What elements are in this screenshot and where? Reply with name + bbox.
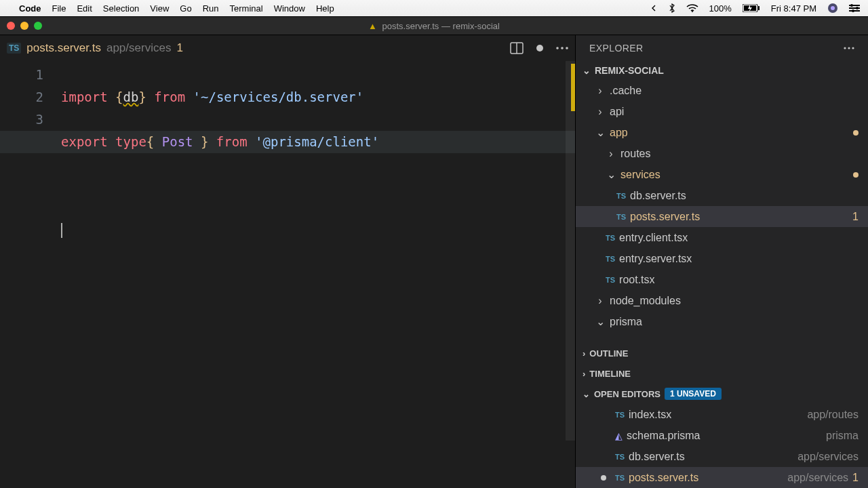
open-editors-section[interactable]: ⌄ OPEN EDITORS 1 UNSAVED: [576, 384, 868, 404]
project-section-header[interactable]: ⌄ REMIX-SOCIAL: [576, 61, 868, 80]
svg-point-5: [831, 6, 835, 10]
svg-point-15: [556, 47, 559, 49]
line-number: 2: [0, 86, 43, 108]
menu-selection[interactable]: Selection: [103, 3, 139, 14]
open-editors-list: TSindex.tsxapp/routes ◭schema.prismapris…: [576, 404, 868, 488]
more-actions-icon[interactable]: [556, 47, 568, 49]
clock[interactable]: Fri 8:47 PM: [771, 3, 816, 14]
tree-file-posts[interactable]: TSposts.server.ts1: [576, 206, 868, 227]
tree-folder-api[interactable]: ›api: [576, 101, 868, 122]
macos-menubar: Code File Edit Selection View Go Run Ter…: [0, 0, 868, 16]
tree-file-entryclient[interactable]: TSentry.client.tsx: [576, 227, 868, 248]
typescript-icon: TS: [616, 192, 626, 200]
project-name: REMIX-SOCIAL: [595, 65, 664, 76]
menu-app[interactable]: Code: [19, 3, 41, 14]
chevron-right-icon: ›: [606, 148, 616, 160]
prisma-icon: ◭: [615, 430, 623, 441]
timeline-section[interactable]: › TIMELINE: [576, 363, 868, 384]
svg-point-10: [856, 7, 859, 9]
file-problems-badge: 1: [852, 211, 859, 223]
tree-folder-app[interactable]: ⌄app: [576, 122, 868, 143]
menu-help[interactable]: Help: [316, 3, 334, 14]
chevron-down-icon: ⌄: [606, 168, 616, 181]
chevron-down-icon: ⌄: [595, 126, 606, 139]
unsaved-dot-icon[interactable]: [536, 44, 544, 52]
tree-file-entryserver[interactable]: TSentry.server.tsx: [576, 248, 868, 269]
chevron-down-icon: ⌄: [595, 315, 606, 328]
tree-folder-nodemodules[interactable]: ›node_modules: [576, 290, 868, 311]
typescript-icon: TS: [616, 213, 626, 221]
title-project: remix-social: [453, 21, 500, 31]
chevron-left-icon[interactable]: [651, 5, 658, 12]
tab-path: app/services: [106, 41, 171, 55]
chevron-right-icon: ›: [595, 295, 606, 307]
svg-point-16: [561, 47, 564, 49]
open-editor-item[interactable]: ◭schema.prismaprisma: [576, 425, 868, 446]
svg-point-14: [536, 45, 543, 52]
typescript-icon: TS: [615, 453, 625, 461]
editor-body[interactable]: 1 2 3 4 import {db} from '~/services/db.…: [0, 61, 575, 488]
tree-folder-cache[interactable]: ›.cache: [576, 80, 868, 101]
typescript-icon: TS: [615, 474, 625, 482]
chevron-right-icon: ›: [595, 85, 606, 97]
bluetooth-icon[interactable]: [669, 3, 675, 13]
window-title: ▲ posts.server.ts — remix-social: [0, 21, 868, 31]
open-editor-item-active[interactable]: TSposts.server.tsapp/services1: [576, 467, 868, 488]
typescript-icon: TS: [606, 276, 615, 284]
open-editor-item[interactable]: TSdb.server.tsapp/services: [576, 446, 868, 467]
wifi-icon[interactable]: [686, 4, 698, 12]
battery-percent: 100%: [709, 3, 732, 14]
svg-point-20: [852, 47, 854, 49]
editor-panel: TS posts.server.ts app/services 1: [0, 35, 575, 488]
modified-dot-icon: [853, 130, 859, 136]
explorer-title: EXPLORER: [589, 43, 643, 54]
modified-dot-icon: [853, 172, 859, 178]
text-cursor: [61, 223, 62, 238]
tree-file-root[interactable]: TSroot.tsx: [576, 269, 868, 290]
explorer-panel: EXPLORER ⌄ REMIX-SOCIAL ›.cache ›api ⌄ap…: [575, 35, 868, 488]
editor-tab-active[interactable]: TS posts.server.ts app/services 1: [7, 41, 183, 55]
tab-filename: posts.server.ts: [26, 41, 101, 55]
line-number: 3: [0, 108, 43, 131]
typescript-icon: TS: [7, 43, 21, 54]
explorer-more-icon[interactable]: [844, 47, 854, 49]
svg-point-9: [850, 4, 853, 7]
svg-point-19: [848, 47, 850, 49]
control-center-icon[interactable]: [849, 4, 860, 12]
menu-window[interactable]: Window: [274, 3, 305, 14]
editor-tabbar: TS posts.server.ts app/services 1: [0, 35, 575, 61]
menu-go[interactable]: Go: [180, 3, 191, 14]
menu-terminal[interactable]: Terminal: [230, 3, 263, 14]
outline-section[interactable]: › OUTLINE: [576, 343, 868, 363]
tab-problems-badge: 1: [176, 41, 182, 55]
svg-point-0: [692, 11, 693, 12]
svg-point-11: [852, 9, 854, 12]
chevron-down-icon: ⌄: [583, 389, 590, 399]
svg-rect-3: [758, 6, 760, 10]
menu-file[interactable]: File: [52, 3, 66, 14]
tree-folder-prisma[interactable]: ⌄prisma: [576, 311, 868, 332]
siri-icon[interactable]: [827, 3, 838, 14]
battery-icon[interactable]: [743, 4, 760, 12]
window-titlebar: ▲ posts.server.ts — remix-social: [0, 16, 868, 35]
menu-edit[interactable]: Edit: [77, 3, 92, 14]
open-editor-item[interactable]: TSindex.tsxapp/routes: [576, 404, 868, 425]
menu-run[interactable]: Run: [203, 3, 219, 14]
unsaved-badge: 1 UNSAVED: [665, 388, 722, 400]
chevron-right-icon: ›: [595, 106, 606, 118]
code-area[interactable]: import {db} from '~/services/db.server' …: [61, 61, 575, 488]
chevron-down-icon: ⌄: [583, 65, 591, 76]
chevron-right-icon: ›: [583, 369, 585, 379]
tree-folder-routes[interactable]: ›routes: [576, 143, 868, 164]
tree-folder-services[interactable]: ⌄services: [576, 164, 868, 185]
line-gutter: 1 2 3 4: [0, 61, 61, 488]
typescript-icon: TS: [615, 411, 625, 419]
menu-view[interactable]: View: [150, 3, 169, 14]
svg-point-17: [566, 47, 568, 49]
warning-icon: ▲: [368, 21, 377, 31]
svg-point-18: [844, 47, 846, 49]
chevron-right-icon: ›: [583, 348, 585, 359]
line-number: 1: [0, 64, 43, 86]
tree-file-db[interactable]: TSdb.server.ts: [576, 185, 868, 206]
split-editor-icon[interactable]: [510, 42, 524, 54]
